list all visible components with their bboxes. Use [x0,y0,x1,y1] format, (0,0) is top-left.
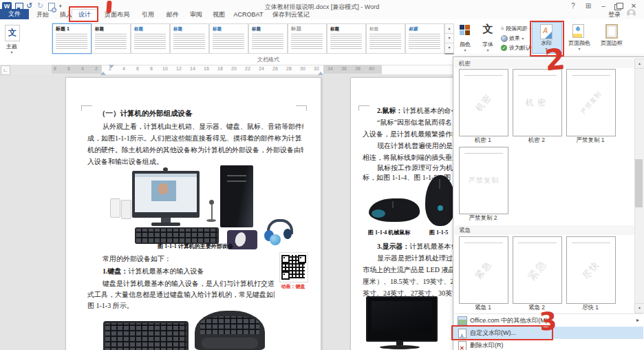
keyboard-image-ergonomic [195,311,265,350]
watermark-option-label: 严禁复制 2 [459,214,507,223]
paragraph-line: 成，如图1-1-1所示。人们把这些能直接看得见、摸得着的部件称为计算 [87,134,303,143]
paragraph-line: 3.显示器：计算机最基本也是 [377,242,453,251]
colors-icon [460,25,471,36]
minimize-button[interactable]: – [597,2,610,10]
qr-code [279,252,308,282]
paragraph-line: 常用的外部设备如下： [103,254,171,264]
tab-stop-selector[interactable]: ∟ [1,65,10,75]
qr-label: 动画：键盘 [274,283,312,290]
tab-page-layout[interactable]: 页面布局 [100,10,133,19]
tab-view[interactable]: 视图 [208,10,229,19]
tab-references[interactable]: 引用 [138,10,158,19]
annotation-mark-1 [106,1,111,13]
tab-mailings[interactable]: 邮件 [162,10,183,19]
tab-review[interactable]: 审阅 [186,10,206,19]
watermark-option-label: 尽快 1 [566,304,614,312]
scrollbar-thumb[interactable] [635,159,643,207]
watermark-option-asap-1[interactable]: 尽快 [566,236,616,304]
colors-dropdown-icon[interactable]: ▾ [454,48,476,52]
menu-item-remove-watermark[interactable]: ✕ 删除水印(R) [453,339,643,350]
submenu-arrow-icon: ▸ [636,314,639,327]
hanging-indent-marker[interactable] [100,69,106,75]
watermark-dropdown-panel: 机密 机密 机密 严禁复制 机密 1 机密 2 严禁复制 1 严禁复制 严禁复制… [453,56,644,350]
monitor-image [366,296,438,342]
watermark-option-label: 机密 1 [459,136,507,145]
dropdown-icon: ▾ [522,37,524,41]
watermark-option-do-not-copy-2[interactable]: 严禁复制 [459,147,508,214]
paragraph-spacing-button[interactable]: ≡ 段落间距 ▾ [501,25,531,33]
paragraph-line: 图 1-1-3 所示。 [87,301,275,311]
ribbon-display-button[interactable]: ⊞ [582,2,594,10]
style-set-item[interactable]: 标题 [209,23,248,54]
tab-acrobat[interactable]: ACROBAT [230,10,266,19]
watermark-option-confidential-2[interactable]: 机密 [513,69,562,136]
mouse-image-optical [425,175,455,226]
right-indent-marker[interactable] [318,69,323,75]
scroll-down-icon[interactable]: ▾ [634,303,644,313]
paragraph-line: 键盘是计算机最基本的输入设备，是人们与计算机打交道的常用交互 [103,279,275,289]
section-heading: （一）计算机的外部组成设备 [98,109,193,119]
themes-dropdown-icon[interactable]: ▾ [1,50,22,54]
watermark-option-label: 紧急 1 [459,304,507,312]
style-set-item[interactable]: 标题 [366,23,405,54]
watermark-group-title: 紧急 [454,225,639,235]
first-line-indent-marker[interactable] [109,65,114,71]
keyboard-image-standard [103,321,189,350]
restore-button[interactable] [614,4,621,10]
fonts-icon: 文 [477,23,498,36]
keyboard-heading: 1.键盘：计算机最基本的输入设备 [103,267,204,276]
annotation-mark-3: 3 [539,307,558,336]
style-set-item[interactable]: 标题 1 [52,23,92,54]
watermark-option-confidential-1[interactable]: 机密 [459,69,508,136]
effects-button[interactable]: 效果 ▾ [501,34,524,43]
style-set-item[interactable]: 标题 [327,23,366,54]
watermark-option-urgent-2[interactable]: 紧急 [513,236,562,304]
paragraph-line: 市场上的主流产品是 LED 液晶显示 [363,265,453,275]
figure-caption: 图 1-1-1 计算机的主要外部设备 [87,243,303,250]
help-button[interactable]: ? [567,2,579,10]
tab-home[interactable]: 开始 [33,10,52,19]
fonts-dropdown-icon[interactable]: ▾ [477,48,498,52]
page-color-dropdown-icon[interactable]: ▾ [564,46,594,51]
ruler-numbers: 8642 2468 10121416 18202224 26283032 343… [48,66,378,71]
figure-caption: 图 1-1-5 [429,229,448,236]
office-gallery-icon [458,316,467,325]
style-set-item[interactable]: 标题 [92,23,131,54]
page-border-icon [605,24,618,39]
watermark-option-label: 严禁复制 1 [566,136,614,145]
paragraph-line: 机的硬件。除主机箱外的其他设备称为计算机的外部设备，外部设备由输 [87,145,303,155]
paragraph-line: 入设备和输出设备组成。 [87,157,303,167]
themes-icon: 文 [5,25,20,41]
figure-caption: 图 1-1-4 机械鼠标 [368,229,410,236]
mouse-image-mechanical [369,198,420,222]
style-set-item[interactable]: 标题 [405,23,444,54]
annotation-mark-2: 2 [544,42,567,78]
style-set-item[interactable]: 标题 [248,23,288,54]
paragraph-line: 入设备，是计算机最频繁操作的设 [363,130,453,139]
annotation-box-custom-watermark [451,325,553,340]
word-window: W ↺ ↻ ▾ 立体教材排版说明.docx [兼容模式] - Word ? ⊞ … [0,0,644,350]
scroll-up-icon[interactable]: ▴ [634,59,644,69]
page-color-icon [572,24,584,38]
watermark-option-do-not-copy-1[interactable]: 严禁复制 [566,69,616,136]
gallery-more-icon[interactable]: ▾ [444,43,454,54]
page-border-button[interactable]: 页面边框 [596,39,627,47]
webcam-icon [163,167,168,172]
paragraph-line: 鼠标按工作原理可分为机械鼠 [377,163,453,173]
tab-save-to-cloud[interactable]: 保存到云笔记 [267,10,315,19]
check-icon: ✓ [501,45,507,51]
paragraph-line: 现在计算机普遍使用的是二键 [377,141,453,151]
paragraph-line: 从外观上看，计算机由主机箱、显示器、键盘、鼠标、音箱等部件组 [103,122,303,132]
tab-file[interactable]: 文件 [0,9,29,19]
paragraph-line: 2.鼠标：计算机基本的命令输 [377,106,453,116]
group-label-document-formatting: 文档格式 [220,56,316,63]
paragraph-line: 厘米）、18.5英寸、19英寸、20英 [363,277,453,287]
watermark-option-urgent-1[interactable]: 紧急 [459,236,508,304]
style-set-item[interactable]: 标题 [131,23,170,54]
sign-in-link[interactable]: 登录 [608,10,621,19]
style-set-item[interactable]: 标题 [170,23,209,54]
paragraph-spacing-icon: ≡ [501,25,504,32]
avatar[interactable] [627,9,636,18]
style-set-item[interactable]: 标题 [288,23,327,54]
paragraph-line: 式工具，大量信息都是通过键盘输入给计算机的，常见键盘如图 1-1-2、 [87,290,275,300]
